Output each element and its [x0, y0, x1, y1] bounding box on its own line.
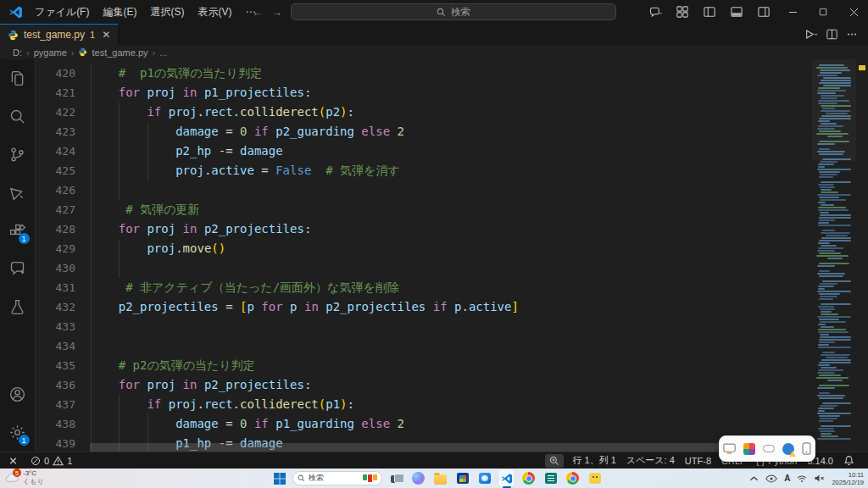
code-line-435[interactable]: 435 # p2の気弾の当たり判定 — [36, 356, 812, 375]
breadcrumb-file[interactable]: test_game.py — [92, 47, 147, 58]
code-line-438[interactable]: 438 damage = 0 if p1_guarding else 2 — [36, 414, 812, 434]
line-number[interactable]: 428 — [36, 219, 90, 239]
taskbar-app-yellow[interactable] — [587, 469, 603, 487]
menu-more[interactable]: ⋯ — [238, 4, 262, 19]
menu-edit[interactable]: 編集(E) — [96, 3, 143, 21]
task-view-button[interactable] — [388, 469, 404, 487]
line-number[interactable]: 439 — [36, 434, 90, 452]
code-line-431[interactable]: 431 # 非アクティブ（当たった/画面外）な気弾を削除 — [36, 278, 812, 297]
breadcrumb-drive[interactable]: D: — [13, 47, 22, 58]
tab-test-game-py[interactable]: test_game.py 1 ✕ — [0, 24, 119, 45]
toggle-sidebar-icon[interactable] — [697, 0, 722, 24]
taskbar-app-vscode[interactable] — [498, 469, 515, 487]
taskbar-app-notes[interactable] — [542, 469, 559, 487]
cloud-sync-tray-icon[interactable] — [782, 443, 794, 455]
menu-file[interactable]: ファイル(F) — [28, 3, 96, 21]
code-line-432[interactable]: 432 p2_projectiles = [p for p in p2_proj… — [36, 297, 812, 317]
ime-mode-indicator[interactable]: A — [784, 474, 790, 483]
tab-close-icon[interactable]: ✕ — [102, 29, 110, 41]
zoom-indicator-icon[interactable] — [545, 454, 564, 468]
taskbar-clock[interactable]: 10:11 2025/12/19 — [832, 471, 864, 486]
testing-icon[interactable] — [0, 288, 36, 326]
minimap[interactable] — [812, 59, 856, 452]
code-line-426[interactable]: 426 — [36, 180, 812, 200]
toggle-secondary-sidebar-icon[interactable] — [751, 0, 776, 24]
line-number[interactable]: 423 — [36, 122, 90, 141]
source-control-icon[interactable] — [0, 136, 36, 174]
pill-tray-icon[interactable] — [763, 445, 775, 452]
breadcrumb-folder[interactable]: pygame — [34, 47, 67, 58]
code-line-422[interactable]: 422 if proj.rect.colliderect(p2): — [36, 103, 812, 122]
code-line-433[interactable]: 433 — [36, 317, 812, 336]
encoding[interactable]: UTF-8 — [680, 452, 716, 469]
line-number[interactable]: 430 — [36, 258, 90, 278]
search-icon[interactable] — [0, 97, 36, 136]
line-number[interactable]: 427 — [36, 200, 90, 219]
wifi-icon[interactable] — [797, 474, 807, 483]
account-icon[interactable] — [0, 375, 36, 413]
line-number[interactable]: 435 — [36, 356, 90, 375]
line-number[interactable]: 438 — [36, 414, 90, 434]
code-line-424[interactable]: 424 p2_hp -= damage — [36, 141, 812, 161]
extensions-icon[interactable]: 1 — [0, 212, 36, 250]
code-line-429[interactable]: 429 proj.move() — [36, 239, 812, 258]
line-number[interactable]: 437 — [36, 395, 90, 414]
taskbar-app-photos[interactable] — [476, 469, 492, 487]
close-button[interactable] — [839, 0, 868, 24]
forward-arrow-icon[interactable]: → — [271, 6, 282, 19]
line-number[interactable]: 426 — [36, 180, 90, 200]
remote-window-tray-icon[interactable] — [723, 443, 736, 454]
run-python-button[interactable] — [805, 29, 818, 40]
weather-widget[interactable]: 5 -3°C くもり — [4, 469, 44, 486]
customize-layout-icon[interactable] — [670, 0, 695, 24]
copilot-icon[interactable] — [643, 0, 668, 24]
taskbar-app-chrome[interactable] — [520, 469, 537, 487]
taskbar-search-box[interactable]: 検索 — [292, 471, 382, 485]
minimize-button[interactable] — [778, 0, 807, 24]
taskbar-app-file-explorer[interactable] — [432, 469, 448, 487]
menu-view[interactable]: 表示(V) — [191, 3, 238, 21]
breadcrumb-symbol-more[interactable]: ... — [159, 47, 167, 58]
line-number[interactable]: 420 — [36, 64, 90, 83]
tray-eye-icon[interactable] — [765, 474, 777, 483]
menu-selection[interactable]: 選択(S) — [143, 3, 191, 21]
indentation[interactable]: スペース: 4 — [621, 452, 680, 469]
code-line-434[interactable]: 434 — [36, 336, 812, 356]
horizontal-scrollbar[interactable] — [90, 443, 812, 452]
code-lines[interactable]: 420 # p1の気弾の当たり判定421 for proj in p1_proj… — [36, 64, 812, 452]
code-line-427[interactable]: 427 # 気弾の更新 — [36, 200, 812, 219]
code-line-436[interactable]: 436 for proj in p2_projectiles: — [36, 375, 812, 395]
code-line-437[interactable]: 437 if proj.rect.colliderect(p1): — [36, 395, 812, 414]
code-line-420[interactable]: 420 # p1の気弾の当たり判定 — [36, 64, 812, 83]
code-line-425[interactable]: 425 proj.active = False # 気弾を消す — [36, 161, 812, 180]
more-actions-icon[interactable] — [846, 29, 858, 40]
code-editor[interactable]: 420 # p1の気弾の当たり判定421 for proj in p1_proj… — [36, 59, 812, 452]
line-number[interactable]: 432 — [36, 297, 90, 317]
explorer-icon[interactable] — [0, 59, 36, 97]
minimap-slider[interactable] — [812, 59, 856, 161]
line-number[interactable]: 436 — [36, 375, 90, 395]
code-line-421[interactable]: 421 for proj in p1_projectiles: — [36, 83, 812, 103]
split-editor-icon[interactable] — [826, 29, 837, 40]
command-center-search[interactable]: 検索 — [291, 3, 616, 20]
start-button[interactable] — [273, 472, 287, 485]
run-debug-icon[interactable] — [0, 174, 36, 212]
code-line-430[interactable]: 430 — [36, 258, 812, 278]
notifications-bell-icon[interactable] — [838, 452, 860, 469]
colorful-app-tray-icon[interactable] — [743, 443, 755, 455]
maximize-button[interactable] — [809, 0, 837, 24]
taskbar-app-chrome-2[interactable] — [565, 469, 581, 487]
cursor-position[interactable]: 行 1、列 1 — [567, 452, 620, 469]
line-number[interactable]: 434 — [36, 336, 90, 356]
code-line-428[interactable]: 428 for proj in p2_projectiles: — [36, 219, 812, 239]
toggle-panel-icon[interactable] — [724, 0, 749, 24]
chat-icon[interactable] — [0, 250, 36, 288]
settings-gear-icon[interactable]: 1 — [0, 413, 36, 452]
code-line-423[interactable]: 423 damage = 0 if p2_guarding else 2 — [36, 122, 812, 141]
taskbar-app-copilot[interactable] — [410, 469, 426, 487]
tray-chevron-up-icon[interactable] — [749, 475, 759, 482]
phone-link-tray-icon[interactable] — [802, 442, 811, 455]
line-number[interactable]: 433 — [36, 317, 90, 336]
line-number[interactable]: 422 — [36, 103, 90, 122]
taskbar-app-microsoft-store[interactable] — [454, 469, 470, 487]
